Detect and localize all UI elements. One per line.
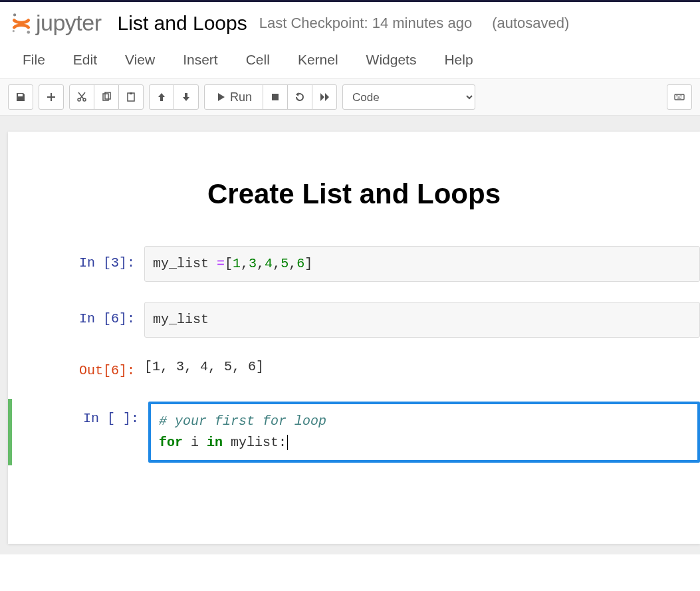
code-cell[interactable]: In [ ]:# your first for loop for i in my…	[8, 399, 700, 465]
stop-icon	[270, 92, 281, 102]
save-icon	[15, 92, 26, 102]
celltype-select[interactable]: CodeMarkdownRaw NBConvertHeading	[342, 84, 475, 110]
menu-view[interactable]: View	[125, 52, 155, 68]
toolbar: Run CodeMarkdownRaw NBConvertHeading	[0, 79, 700, 116]
autosaved-text: (autosaved)	[492, 15, 569, 32]
cells-area: In [3]:my_list =[1,3,4,5,6]In [6]:my_lis…	[8, 243, 700, 465]
keyboard-icon	[674, 92, 685, 102]
jupyter-logo[interactable]: jupyter	[9, 10, 102, 36]
menubar: File Edit View Insert Cell Kernel Widget…	[0, 47, 700, 79]
add-cell-button[interactable]	[39, 84, 64, 110]
svg-point-0	[13, 13, 16, 16]
cell-output: [1, 3, 4, 5, 6]	[144, 354, 700, 378]
notebook-paper: Create List and Loops In [3]:my_list =[1…	[8, 132, 700, 544]
output-row: Out[6]:[1, 3, 4, 5, 6]	[8, 351, 700, 384]
menu-edit[interactable]: Edit	[73, 52, 97, 68]
menu-file[interactable]: File	[23, 52, 45, 68]
menu-widgets[interactable]: Widgets	[366, 52, 417, 68]
cut-icon	[76, 92, 87, 102]
restart-button[interactable]	[287, 84, 312, 110]
copy-icon	[101, 92, 112, 102]
restart-icon	[294, 92, 305, 102]
command-palette-button[interactable]	[667, 84, 692, 110]
play-icon	[215, 92, 226, 102]
run-all-button[interactable]	[312, 84, 337, 110]
paste-icon	[126, 92, 136, 102]
in-prompt: In [3]:	[8, 246, 144, 274]
arrow-up-icon	[156, 92, 167, 102]
cell-input[interactable]: my_list =[1,3,4,5,6]	[144, 246, 700, 282]
checkpoint-text: Last Checkpoint: 14 minutes ago	[259, 15, 472, 32]
move-up-button[interactable]	[149, 84, 174, 110]
save-button[interactable]	[8, 84, 33, 110]
svg-rect-9	[272, 94, 279, 100]
run-group: Run	[204, 84, 337, 110]
run-button-label: Run	[230, 90, 252, 104]
cut-button[interactable]	[69, 84, 94, 110]
paste-button[interactable]	[118, 84, 144, 110]
move-down-button[interactable]	[174, 84, 199, 110]
cell-input[interactable]: # your first for loop for i in mylist:	[148, 402, 700, 463]
svg-rect-8	[130, 92, 132, 94]
cell-input[interactable]: my_list	[144, 302, 700, 338]
fast-forward-icon	[319, 92, 330, 102]
clipboard-group	[69, 84, 144, 110]
arrow-down-icon	[181, 92, 191, 102]
add-icon	[46, 92, 57, 102]
code-cell[interactable]: In [6]:my_list	[8, 299, 700, 340]
menu-kernel[interactable]: Kernel	[298, 52, 338, 68]
svg-point-2	[13, 30, 15, 32]
run-button[interactable]: Run	[204, 84, 263, 110]
code-cell[interactable]: In [3]:my_list =[1,3,4,5,6]	[8, 243, 700, 285]
top-header: jupyter List and Loops Last Checkpoint: …	[0, 0, 700, 47]
stop-button[interactable]	[263, 84, 288, 110]
in-prompt: In [6]:	[8, 302, 144, 330]
in-prompt: In [ ]:	[12, 402, 148, 429]
out-prompt: Out[6]:	[8, 354, 144, 382]
jupyter-logo-text: jupyter	[36, 10, 102, 36]
menu-help[interactable]: Help	[444, 52, 473, 68]
notebook-container: Create List and Loops In [3]:my_list =[1…	[0, 116, 700, 554]
menu-insert[interactable]: Insert	[183, 52, 218, 68]
jupyter-logo-icon	[9, 11, 33, 35]
move-group	[149, 84, 199, 110]
menu-cell[interactable]: Cell	[246, 52, 270, 68]
notebook-title: Create List and Loops	[8, 178, 700, 210]
notebook-name[interactable]: List and Loops	[118, 12, 247, 35]
copy-button[interactable]	[94, 84, 119, 110]
svg-point-1	[27, 31, 30, 34]
